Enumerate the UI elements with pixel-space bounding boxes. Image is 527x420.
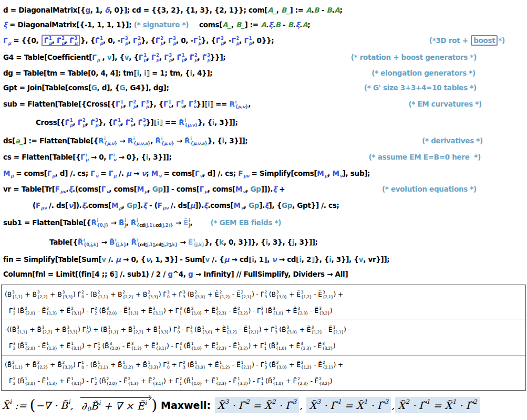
- script-char: μ: [52, 173, 55, 177]
- script-char: μ: [146, 104, 149, 108]
- code-text: Gp: [249, 201, 259, 209]
- code-text: Gp: [282, 201, 292, 209]
- symbol-base: Ẽ: [244, 326, 248, 333]
- symbol-base: X̃: [264, 400, 272, 411]
- scripted-symbol: Mν: [233, 201, 243, 210]
- symbol-base: Ẽ: [328, 326, 333, 333]
- scripted-symbol: Γ̃31: [175, 341, 182, 350]
- scripts: 3{1,2}: [311, 326, 322, 334]
- code-line[interactable]: (Fμν /. ds[ν]).ξ.coms[Mμ, Gp].ξ - (Fμν /…: [3, 197, 524, 213]
- scripted-symbol: R̃i{μ,ν}: [156, 136, 174, 145]
- script-char: }: [250, 295, 252, 299]
- code-text: μ: [190, 201, 195, 209]
- scripted-symbol: Γ̃13: [261, 360, 267, 369]
- code-text: ξ: [204, 201, 208, 209]
- subscript: {3,3}: [67, 330, 78, 334]
- scripts: 2{3,1}: [71, 307, 82, 316]
- scripts: 3{1,3}: [128, 307, 139, 316]
- code-line[interactable]: Mμ = coms[Γμ, d] /. cs; Γν = Γμ /. μ → ν…: [3, 165, 524, 181]
- code-text: ], {: [111, 53, 124, 61]
- code-line[interactable]: dg = Table[tm = Table[0, 4, 4]; tm⟦i, i⟧…: [3, 66, 524, 80]
- scripted-symbol: Ẽ3{1,3}: [123, 306, 139, 315]
- symbol-base: M: [317, 169, 324, 177]
- code-line[interactable]: Table[{R̃i{0,j,k} → B̃i{j,k}, R̃i{cd⟦j,1…: [3, 232, 524, 251]
- scripted-symbol: Γ̃3μ: [216, 36, 224, 45]
- subscript: [225, 405, 229, 412]
- subscript: {3,3}: [148, 365, 159, 369]
- subscript: [452, 405, 456, 412]
- code-line[interactable]: vr = Table[Tr[Fμν.ξ.(coms[Γν, coms[Mμ, G…: [3, 181, 524, 197]
- scripts: 3: [293, 398, 296, 412]
- code-line[interactable]: ds[a_] := Flatten[Table[{Ri{μ,ν} → Ri{μ,…: [3, 132, 524, 149]
- code-text: ;: [339, 6, 342, 14]
- code-text: ,: [136, 100, 141, 108]
- scripted-symbol: Γ̃20: [77, 290, 84, 299]
- subscript: {1,1}: [98, 365, 109, 369]
- code-text: , d], {: [97, 83, 120, 92]
- symbol-base: Ẽ: [296, 361, 301, 369]
- code-text: ,: [133, 118, 138, 127]
- scripted-symbol: Ẽi: [137, 399, 147, 412]
- code-line[interactable]: G4 = Table[Coefficient[Γμ , v], {v, {Γ1μ…: [3, 49, 524, 66]
- code-text: +: [139, 307, 148, 314]
- code-text: → 0}, {: [116, 153, 146, 161]
- code-line[interactable]: d = DiagonalMatrix[{g, 1, δ, 0}]; cd = {…: [3, 3, 524, 17]
- code-text: sub = Flatten[Table[{Cross[{: [3, 100, 116, 108]
- code-text: ): [73, 290, 77, 298]
- output-table: (B̃3{1,1} + B̃3{2,2} + B̃3{3,3}) Γ̃20 - …: [1, 285, 526, 391]
- code-line[interactable]: Column[fnl = Limit[(fin⟦4 ;; 6⟧ /. sub1)…: [3, 267, 524, 281]
- subscript: {1,3}: [46, 311, 57, 315]
- symbol-base: Γ̃: [216, 36, 220, 45]
- symbol-base: Γ̃: [94, 342, 97, 350]
- scripted-symbol: Γ̃23: [179, 360, 185, 369]
- code-line[interactable]: ξ = DiagonalMatrix[{-1, 1, 1, 1}]; (* si…: [3, 17, 524, 32]
- script-char: ν: [166, 205, 168, 209]
- symbol-base: Γ̃: [9, 307, 13, 314]
- symbol-base: Γ̃: [285, 400, 292, 411]
- code-text: ·: [229, 400, 238, 411]
- script-char: μ: [182, 58, 185, 62]
- code-text: ] :=: [244, 20, 261, 29]
- scripts: 1{3,2}: [237, 342, 249, 351]
- script-char: }: [200, 346, 202, 350]
- code-line[interactable]: sub1 = Flatten[Table[{R̃i{0,j} → B̃ij, R…: [3, 213, 524, 232]
- scripted-symbol: X̃1: [445, 398, 457, 412]
- scripts: 3μ: [146, 99, 149, 109]
- scripted-symbol: B̃1{3,3}: [153, 325, 169, 334]
- scripted-symbol: Γ̃1μ: [65, 118, 73, 127]
- code-line[interactable]: Gpt = Join[Table[coms[G, d], {G, G4}], d…: [3, 80, 524, 94]
- code-text: Cross[{: [36, 118, 65, 127]
- code-text: ]]).: [261, 185, 273, 193]
- code-text: -: [226, 307, 233, 314]
- symbol-base: Γ: [128, 100, 132, 108]
- scripted-symbol: B̃2{1,0}: [186, 306, 202, 315]
- code-line[interactable]: Γμ = {{0, Γ̃1μ, Γ̃2μ, Γ̃3μ}, {Γ̃1μ, 0, -…: [3, 32, 524, 49]
- code-text: -: [226, 377, 233, 385]
- code-line[interactable]: Cross[{Γ̃1μ, Γ̃2μ, Γ̃3μ}, {Γ̃1ν, Γ̃2ν, Γ…: [3, 113, 524, 132]
- code-line[interactable]: fin = Simplify[Table[Sum[v /. μ → 0, {ν,…: [3, 251, 524, 267]
- scripted-symbol: B̃1{1,0}: [186, 376, 202, 385]
- script-char: }: [170, 223, 173, 227]
- symbol-base: Γ̃: [377, 400, 384, 411]
- scripted-symbol: X̃i: [2, 398, 12, 412]
- scripted-symbol: B̃2{2,2}: [118, 290, 133, 299]
- code-line[interactable]: cs = Flatten[Table[{Γiμ → 0, Γiν → 0}, {…: [3, 149, 524, 165]
- scripts: 3{3,0}: [286, 326, 297, 334]
- scripts: 2ν: [181, 99, 183, 109]
- highlighted-equation: X̃3 · Γ̃1 = X̃1 · Γ̃3: [306, 397, 391, 413]
- script-char: }: [202, 242, 204, 246]
- scripts: i{j,k}: [193, 237, 204, 247]
- code-cell[interactable]: d = DiagonalMatrix[{g, 1, δ, 0}]; cd = {…: [0, 0, 527, 281]
- symbol-base: Γ: [151, 53, 156, 61]
- scripted-symbol: Ẽ3{2,1}: [328, 325, 344, 334]
- scripts: 1μ: [182, 53, 185, 62]
- code-text: , {: [129, 53, 139, 61]
- symbol-base: B̃: [271, 290, 275, 298]
- scripted-symbol: Ẽ2{1,2}: [215, 290, 230, 299]
- subscript: {3,2}: [237, 381, 249, 385]
- symbol-base: Γ̃: [77, 290, 81, 298]
- script-char: }: [306, 381, 308, 385]
- code-line[interactable]: sub = Flatten[Table[{Cross[{Γ1μ, Γ2μ, Γ3…: [3, 94, 524, 113]
- scripted-symbol: B̃3{1,1}: [7, 290, 23, 299]
- scripts: 3μ: [95, 118, 98, 128]
